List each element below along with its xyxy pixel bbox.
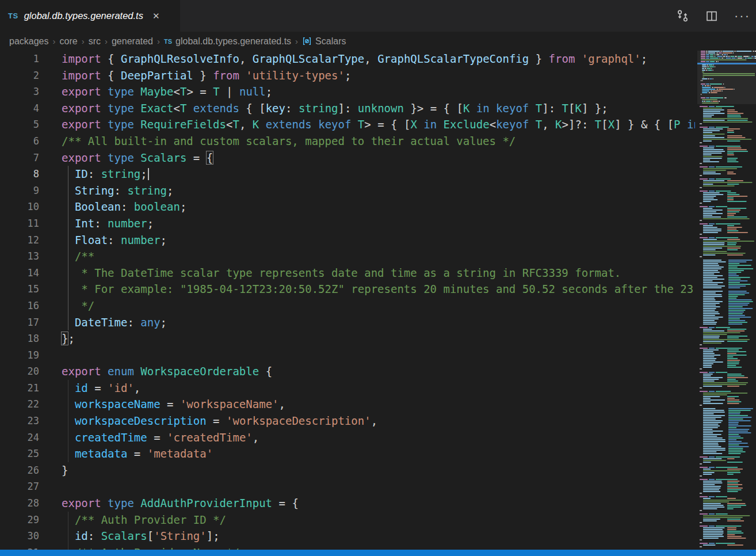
typescript-file-icon: TS xyxy=(164,38,172,45)
code-line[interactable]: 7export type Scalars = { xyxy=(0,150,695,166)
breadcrumb-item-packages[interactable]: packages xyxy=(9,36,49,47)
breadcrumb-separator-icon: › xyxy=(157,36,160,46)
line-number[interactable]: 5 xyxy=(0,116,39,133)
code-line[interactable]: 9 String: string; xyxy=(0,182,695,199)
code-text: String: string; xyxy=(62,182,174,199)
code-line[interactable]: 15 * For example: "1985-04-12T23:20:50.5… xyxy=(0,281,695,298)
code-text: export type RequireFields<T, K extends k… xyxy=(62,116,695,133)
indent-guide xyxy=(68,445,68,462)
symbol-type-icon xyxy=(302,36,312,47)
line-number[interactable]: 15 xyxy=(0,281,39,298)
code-editor[interactable]: 1import { GraphQLResolveInfo, GraphQLSca… xyxy=(0,51,695,550)
line-number[interactable]: 25 xyxy=(0,445,39,462)
line-number[interactable]: 11 xyxy=(0,215,39,232)
line-number[interactable]: 30 xyxy=(0,528,39,544)
line-number[interactable]: 26 xyxy=(0,462,39,479)
close-tab-icon[interactable]: ✕ xyxy=(152,11,160,21)
code-line[interactable]: 12 Float: number; xyxy=(0,232,695,249)
line-number[interactable]: 7 xyxy=(0,150,39,166)
code-line[interactable]: 13 /** xyxy=(0,248,695,265)
code-text: id = 'id', xyxy=(62,380,140,397)
typescript-file-icon: TS xyxy=(8,12,18,20)
line-number[interactable]: 16 xyxy=(0,298,39,314)
code-line[interactable]: 18}; xyxy=(0,330,695,347)
breadcrumb-label: generated xyxy=(112,36,153,47)
breadcrumb-item-src[interactable]: src xyxy=(89,36,101,47)
code-line[interactable]: 10 Boolean: boolean; xyxy=(0,199,695,215)
code-line[interactable]: 31 /** Auth Provider Name */ xyxy=(0,544,695,550)
indent-guide xyxy=(68,265,68,281)
code-line[interactable]: 3export type Maybe<T> = T | null; xyxy=(0,83,695,100)
code-line[interactable]: 16 */ xyxy=(0,298,695,314)
code-line[interactable]: 24 createdTime = 'createdTime', xyxy=(0,429,695,446)
code-text: Float: number; xyxy=(62,232,167,249)
breadcrumb-item-core[interactable]: core xyxy=(60,36,78,47)
breadcrumb-item-scalars[interactable]: Scalars xyxy=(302,36,346,47)
line-number[interactable]: 6 xyxy=(0,133,39,150)
line-number[interactable]: 17 xyxy=(0,314,39,331)
code-line[interactable]: 22 workspaceName = 'workspaceName', xyxy=(0,396,695,413)
code-line[interactable]: 14 * The DateTime scalar type represents… xyxy=(0,265,695,281)
code-text: * The DateTime scalar type represents da… xyxy=(62,265,621,281)
tab-global-db-types[interactable]: TS global.db.types.generated.ts ✕ xyxy=(0,0,180,32)
line-number[interactable]: 19 xyxy=(0,347,39,364)
breadcrumb-separator-icon: › xyxy=(53,36,56,46)
line-number[interactable]: 18 xyxy=(0,330,39,347)
status-bar-strip xyxy=(0,550,756,556)
line-number[interactable]: 21 xyxy=(0,380,39,397)
code-line[interactable]: 20export enum WorkspaceOrderable { xyxy=(0,363,695,380)
code-line[interactable]: 29 /** Auth Provider ID */ xyxy=(0,512,695,528)
code-line[interactable]: 21 id = 'id', xyxy=(0,380,695,397)
line-number[interactable]: 23 xyxy=(0,413,39,429)
code-line[interactable]: 28export type AddAuthProviderInput = { xyxy=(0,495,695,512)
code-line[interactable]: 2import { DeepPartial } from 'utility-ty… xyxy=(0,67,695,84)
code-line[interactable]: 26} xyxy=(0,462,695,479)
line-number[interactable]: 28 xyxy=(0,495,39,512)
line-number[interactable]: 4 xyxy=(0,100,39,117)
code-text: export type Exact<T extends { [key: stri… xyxy=(62,100,608,117)
line-number[interactable]: 20 xyxy=(0,363,39,380)
open-changes-icon[interactable] xyxy=(676,9,689,22)
line-number[interactable]: 24 xyxy=(0,429,39,446)
indent-guide xyxy=(68,429,68,446)
line-number[interactable]: 22 xyxy=(0,396,39,413)
code-line[interactable]: 30 id: Scalars['String']; xyxy=(0,528,695,544)
line-number[interactable]: 9 xyxy=(0,182,39,199)
minimap[interactable] xyxy=(697,51,756,556)
indent-guide xyxy=(68,528,68,544)
line-number[interactable]: 1 xyxy=(0,51,39,67)
breadcrumb-label: global.db.types.generated.ts xyxy=(175,36,291,47)
code-line[interactable]: 11 Int: number; xyxy=(0,215,695,232)
line-number[interactable]: 3 xyxy=(0,83,39,100)
line-number[interactable]: 13 xyxy=(0,248,39,265)
code-line[interactable]: 19 xyxy=(0,347,695,364)
indent-guide xyxy=(68,380,68,397)
breadcrumb-label: core xyxy=(60,36,78,47)
code-line[interactable]: 4export type Exact<T extends { [key: str… xyxy=(0,100,695,117)
breadcrumb-item-global-db-types-generated-ts[interactable]: TSglobal.db.types.generated.ts xyxy=(164,36,291,47)
code-text: id: Scalars['String']; xyxy=(62,528,220,544)
breadcrumb-label: src xyxy=(89,36,101,47)
line-number[interactable]: 10 xyxy=(0,199,39,215)
more-actions-icon[interactable]: ··· xyxy=(734,13,750,19)
line-number[interactable]: 31 xyxy=(0,544,39,550)
line-number[interactable]: 2 xyxy=(0,67,39,84)
code-line[interactable]: 23 workspaceDescription = 'workspaceDesc… xyxy=(0,413,695,429)
code-line[interactable]: 6/** All built-in and custom scalars, ma… xyxy=(0,133,695,150)
line-number[interactable]: 27 xyxy=(0,478,39,495)
code-line[interactable]: 1import { GraphQLResolveInfo, GraphQLSca… xyxy=(0,51,695,67)
code-text: */ xyxy=(62,298,94,314)
breadcrumb-item-generated[interactable]: generated xyxy=(112,36,153,47)
line-number[interactable]: 8 xyxy=(0,166,39,182)
line-number[interactable]: 29 xyxy=(0,512,39,528)
line-number[interactable]: 12 xyxy=(0,232,39,249)
code-line[interactable]: 27 xyxy=(0,478,695,495)
line-number[interactable]: 14 xyxy=(0,265,39,281)
code-line[interactable]: 8 ID: string; xyxy=(0,166,695,182)
code-line[interactable]: 5export type RequireFields<T, K extends … xyxy=(0,116,695,133)
code-text: Int: number; xyxy=(62,215,154,232)
split-editor-icon[interactable] xyxy=(705,10,718,22)
code-line[interactable]: 25 metadata = 'metadata' xyxy=(0,445,695,462)
indent-guide xyxy=(68,166,68,182)
code-line[interactable]: 17 DateTime: any; xyxy=(0,314,695,331)
